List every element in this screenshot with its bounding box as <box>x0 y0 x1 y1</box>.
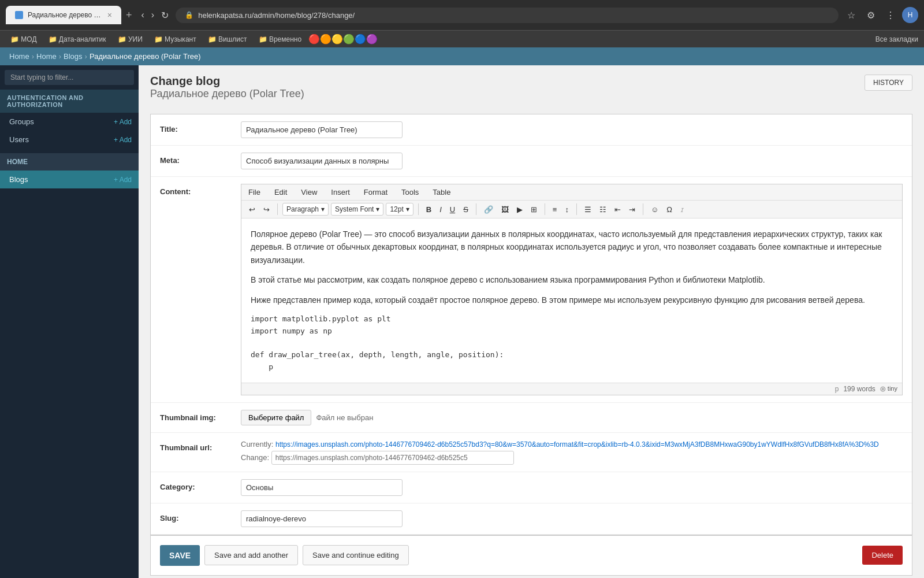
breadcrumb-home2[interactable]: Home <box>36 52 57 61</box>
undo-button[interactable]: ↩ <box>246 203 258 216</box>
sidebar-groups-add[interactable]: + Add <box>114 118 132 126</box>
menu-button[interactable]: ⋮ <box>882 7 899 23</box>
sidebar-item-groups[interactable]: Groups + Add <box>0 113 139 131</box>
editor-menu-insert[interactable]: Insert <box>329 187 352 198</box>
all-bookmarks-button[interactable]: Все закладки <box>875 35 918 43</box>
slug-row: ➤ Slug: <box>151 503 912 535</box>
underline-button[interactable]: U <box>447 203 458 216</box>
slug-input[interactable] <box>241 510 403 527</box>
extensions-button[interactable]: ⚙ <box>863 7 879 23</box>
sidebar-users-add[interactable]: + Add <box>114 136 132 144</box>
back-button[interactable]: ‹ <box>139 8 147 23</box>
bookmark-mod[interactable]: 📁 МОД <box>6 34 42 45</box>
reload-button[interactable]: ↻ <box>159 8 171 23</box>
record-title: Радиальное дерево (Polar Tree) <box>150 88 304 100</box>
bookmark-button[interactable]: ☆ <box>843 7 859 23</box>
breadcrumb-home1[interactable]: Home <box>9 52 29 61</box>
address-bar[interactable]: 🔒 helenkapatsa.ru/admin/home/blog/278/ch… <box>176 8 839 23</box>
strikethrough-button[interactable]: S <box>460 203 471 216</box>
title-field <box>241 121 903 138</box>
form-container: Title: Meta: Content: <box>150 114 912 576</box>
bookmark-uii[interactable]: 📁 УИИ <box>113 34 147 45</box>
page-title-text: Change blog <box>150 75 304 88</box>
thumbnail-img-row: Thumbnail img: Выберите файл Файл не выб… <box>151 403 912 433</box>
italic-button[interactable]: I <box>437 203 445 216</box>
category-label: Category: <box>160 479 241 491</box>
emoji-button[interactable]: ☺ <box>648 203 661 216</box>
editor-body[interactable]: Полярное дерево (Polar Tree) — это спосо… <box>241 218 902 383</box>
toolbar-sep3 <box>476 203 476 215</box>
numbered-button[interactable]: ☷ <box>597 203 609 216</box>
browser-tab[interactable]: Радиальное дерево (Polar T… × <box>6 6 121 24</box>
sidebar: AUTHENTICATION AND AUTHORIZATION Groups … <box>0 65 139 578</box>
category-input[interactable] <box>241 479 403 496</box>
save-button[interactable]: SAVE <box>160 545 200 566</box>
category-row: Category: <box>151 472 912 503</box>
clear-format-button[interactable]: ɪ <box>677 203 686 216</box>
editor-menu-edit[interactable]: Edit <box>272 187 289 198</box>
title-input[interactable] <box>241 121 403 138</box>
sidebar-item-users[interactable]: Users + Add <box>0 131 139 149</box>
toolbar-sep2 <box>418 203 419 215</box>
bookmark-data[interactable]: 📁 Дата-аналитик <box>44 34 111 45</box>
size-label: 12pt <box>390 205 403 213</box>
editor-para1: Полярное дерево (Polar Tree) — это спосо… <box>251 228 893 266</box>
browser-chrome: Радиальное дерево (Polar T… × + ‹ › ↻ 🔒 … <box>0 0 924 30</box>
special-char-button[interactable]: Ω <box>664 203 675 216</box>
paragraph-chevron: ▾ <box>321 205 325 213</box>
file-choose-button[interactable]: Выберите файл <box>241 410 311 425</box>
secure-icon: 🔒 <box>185 11 193 19</box>
sidebar-filter-input[interactable] <box>5 70 134 85</box>
editor-menu-table[interactable]: Table <box>430 187 453 198</box>
slug-label: Slug: <box>160 510 241 523</box>
bookmark-wishlist[interactable]: 📁 Вишлист <box>203 34 252 45</box>
font-select[interactable]: System Font ▾ <box>331 203 383 216</box>
editor-menu-tools[interactable]: Tools <box>399 187 421 198</box>
editor-para2: В этой статье мы рассмотрим, как создать… <box>251 273 893 286</box>
paragraph-select[interactable]: Paragraph ▾ <box>282 203 329 216</box>
editor-menu-format[interactable]: Format <box>362 187 390 198</box>
content-label: Content: <box>160 184 241 196</box>
profile-button[interactable]: H <box>902 7 918 23</box>
editor-container: File Edit View Insert Format Tools Table… <box>241 184 903 395</box>
url-change-row: Change: <box>241 451 903 465</box>
save-add-button[interactable]: Save and add another <box>204 545 298 565</box>
tiny-logo: ◎ tiny <box>880 385 897 392</box>
url-text: helenkapatsa.ru/admin/home/blog/278/chan… <box>198 11 355 20</box>
save-continue-button[interactable]: Save and continue editing <box>303 545 409 565</box>
meta-input[interactable] <box>241 153 403 169</box>
sidebar-groups-label: Groups <box>9 117 34 126</box>
link-button[interactable]: 🔗 <box>481 203 496 216</box>
font-chevron: ▾ <box>376 205 379 213</box>
editor-menu-file[interactable]: File <box>246 187 263 198</box>
indent-out-button[interactable]: ⇤ <box>612 203 624 216</box>
bookmark-music[interactable]: 📁 Музыкант <box>150 34 201 45</box>
sidebar-filter <box>0 65 139 90</box>
bold-button[interactable]: B <box>423 203 434 216</box>
table-button[interactable]: ⊞ <box>528 203 540 216</box>
media-button[interactable]: ▶ <box>514 203 526 216</box>
new-tab-button[interactable]: + <box>124 7 135 24</box>
url-currently-row: Currently: https://images.unsplash.com/p… <box>241 440 903 449</box>
editor-code-block: import matplotlib.pyplot as plt import n… <box>251 313 893 373</box>
close-tab-icon[interactable]: × <box>107 10 112 20</box>
delete-button[interactable]: Delete <box>862 546 903 565</box>
indent-in-button[interactable]: ⇥ <box>626 203 638 216</box>
image-button[interactable]: 🖼 <box>498 203 512 216</box>
redo-button[interactable]: ↪ <box>260 203 273 216</box>
forward-button[interactable]: › <box>149 8 157 23</box>
bookmark-temp[interactable]: 📁 Временно <box>254 34 307 45</box>
size-select[interactable]: 12pt ▾ <box>386 203 413 216</box>
bookmark-icons: 🔴🟠🟡🟢🔵🟣 <box>308 34 873 45</box>
sidebar-blogs-add[interactable]: + Add <box>114 176 132 184</box>
sidebar-item-blogs[interactable]: Blogs + Add <box>0 171 139 188</box>
breadcrumb-blogs[interactable]: Blogs <box>64 52 83 61</box>
align-button[interactable]: ≡ <box>550 203 560 216</box>
url-change-input[interactable] <box>271 451 514 465</box>
editor-menu-view[interactable]: View <box>299 187 319 198</box>
history-button[interactable]: HISTORY <box>865 75 912 91</box>
editor-para3: Ниже представлен пример кода, который со… <box>251 294 893 306</box>
lineheight-button[interactable]: ↕ <box>562 203 572 216</box>
bullets-button[interactable]: ☰ <box>582 203 594 216</box>
url-current-link[interactable]: https://images.unsplash.com/photo-144677… <box>275 440 879 449</box>
